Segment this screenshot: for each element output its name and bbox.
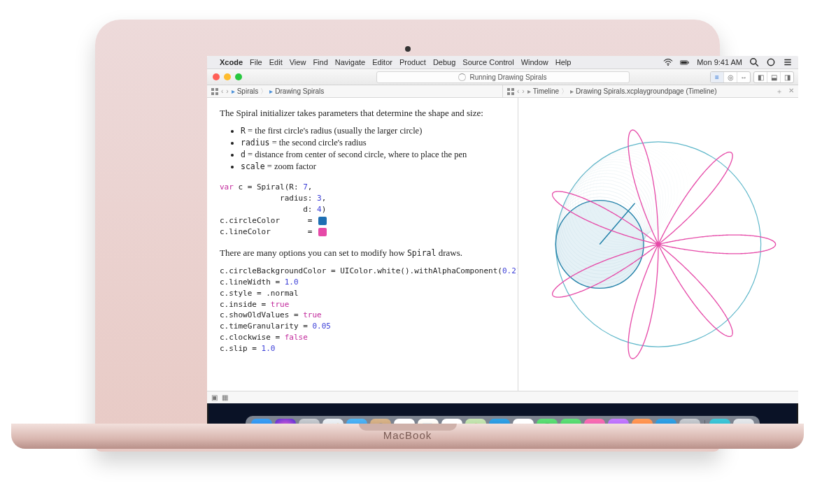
playground-editor[interactable]: The Spiral initializer takes parameters … (207, 98, 518, 391)
menubar-clock[interactable]: Mon 9:41 AM (697, 58, 742, 66)
page-icon: ▸ (269, 87, 273, 95)
spotlight-icon[interactable] (749, 58, 759, 66)
svg-rect-2 (681, 61, 687, 64)
svg-rect-10 (211, 88, 214, 91)
laptop-base: MacBook (11, 424, 804, 449)
svg-rect-11 (215, 88, 218, 91)
sync-icon[interactable] (766, 58, 776, 66)
wifi-icon[interactable] (663, 58, 673, 66)
standard-editor-icon[interactable]: ≡ (711, 72, 723, 82)
jumpbar-left[interactable]: ‹ › ▸ Spirals 〉 ▸ Drawing Spirals (207, 85, 502, 97)
app-menu[interactable]: Xcode (220, 58, 243, 66)
menu-debug[interactable]: Debug (433, 58, 455, 66)
page-icon: ▸ (570, 87, 574, 95)
activity-status: Running Drawing Spirals (376, 71, 630, 83)
svg-rect-17 (511, 92, 514, 95)
crumb-1[interactable]: Spirals (237, 87, 259, 95)
jumpbar-right[interactable]: ‹ › ▸ Timeline 〉 ▸ Drawing Spirals.xcpla… (502, 85, 798, 97)
back-icon[interactable]: ‹ (221, 87, 223, 95)
doc-list: R = the first circle's radius (usually t… (241, 126, 505, 172)
close-button[interactable] (213, 73, 220, 80)
panel-toggle-segment[interactable]: ◧ ⬓ ◨ (753, 71, 794, 83)
menu-edit[interactable]: Edit (269, 58, 283, 66)
menu-find[interactable]: Find (313, 58, 327, 66)
add-icon[interactable]: ＋ (776, 87, 783, 96)
related-items-icon[interactable] (507, 88, 514, 95)
forward-icon[interactable]: › (522, 87, 524, 95)
zoom-button[interactable] (235, 73, 242, 80)
spinner-icon (458, 73, 466, 81)
back-icon[interactable]: ‹ (517, 87, 519, 95)
version-editor-icon[interactable]: ↔ (737, 72, 750, 82)
menu-navigate[interactable]: Navigate (335, 58, 365, 66)
camera-dot (405, 46, 411, 52)
minimize-button[interactable] (224, 73, 231, 80)
bottom-panel-icon[interactable]: ⬓ (767, 72, 780, 82)
svg-point-6 (767, 59, 774, 65)
line-color-swatch[interactable] (318, 228, 327, 236)
doc-paragraph: The Spiral initializer takes parameters … (220, 108, 505, 119)
timeline-live-view (518, 98, 798, 391)
circle-color-swatch[interactable] (318, 217, 327, 225)
right-panel-icon[interactable]: ◨ (780, 72, 793, 82)
svg-rect-16 (507, 92, 510, 95)
forward-icon[interactable]: › (226, 87, 228, 95)
doc-paragraph-2: There are many options you can set to mo… (220, 247, 505, 259)
crumb-2[interactable]: Drawing Spirals (275, 87, 324, 95)
titlebar: Running Drawing Spirals ≡ ◎ ↔ ◧ ⬓ ◨ (207, 69, 798, 85)
crumb-r2[interactable]: Drawing Spirals.xcplaygroundpage (Timeli… (576, 87, 716, 95)
xcode-window: Running Drawing Spirals ≡ ◎ ↔ ◧ ⬓ ◨ (207, 69, 798, 403)
svg-point-4 (751, 59, 756, 64)
svg-line-5 (756, 64, 758, 66)
status-text: Running Drawing Spirals (469, 73, 546, 81)
menu-sourcecontrol[interactable]: Source Control (462, 58, 513, 66)
svg-rect-13 (215, 92, 218, 95)
notification-center-icon[interactable] (783, 58, 793, 66)
menu-help[interactable]: Help (555, 58, 572, 66)
toggle-console-icon[interactable]: ▣ (211, 394, 218, 401)
editor-mode-segment[interactable]: ≡ ◎ ↔ (710, 71, 751, 83)
crumb-r1[interactable]: Timeline (533, 87, 559, 95)
toggle-debug-icon[interactable]: ▦ (222, 394, 228, 401)
svg-point-0 (667, 64, 669, 66)
playground-icon: ▸ (232, 87, 235, 95)
code-block-2[interactable]: c.circleBackgroundColor = UIColor.white(… (220, 266, 505, 355)
macos-menubar: Xcode File Edit View Find Navigate Edito… (207, 56, 798, 69)
menu-view[interactable]: View (290, 58, 306, 66)
assistant-editor-icon[interactable]: ◎ (723, 72, 737, 82)
menu-editor[interactable]: Editor (372, 58, 392, 66)
spirograph-render (518, 98, 798, 391)
menu-window[interactable]: Window (521, 58, 548, 66)
svg-point-19 (555, 201, 644, 289)
menu-product[interactable]: Product (399, 58, 426, 66)
related-items-icon[interactable] (211, 88, 218, 95)
left-panel-icon[interactable]: ◧ (754, 72, 767, 82)
menu-file[interactable]: File (250, 58, 262, 66)
svg-rect-3 (688, 62, 688, 64)
svg-rect-14 (507, 88, 510, 91)
debug-bar: ▣ ▦ (207, 391, 798, 403)
device-label: MacBook (11, 429, 804, 441)
close-assistant-icon[interactable]: ✕ (788, 87, 794, 96)
svg-rect-15 (511, 88, 514, 91)
code-block-1[interactable]: var c = Spiral(R: 7, radius: 3, d: 4) c.… (220, 182, 505, 238)
timeline-icon: ▸ (527, 87, 531, 95)
battery-icon[interactable] (680, 58, 690, 66)
svg-rect-12 (211, 92, 214, 95)
